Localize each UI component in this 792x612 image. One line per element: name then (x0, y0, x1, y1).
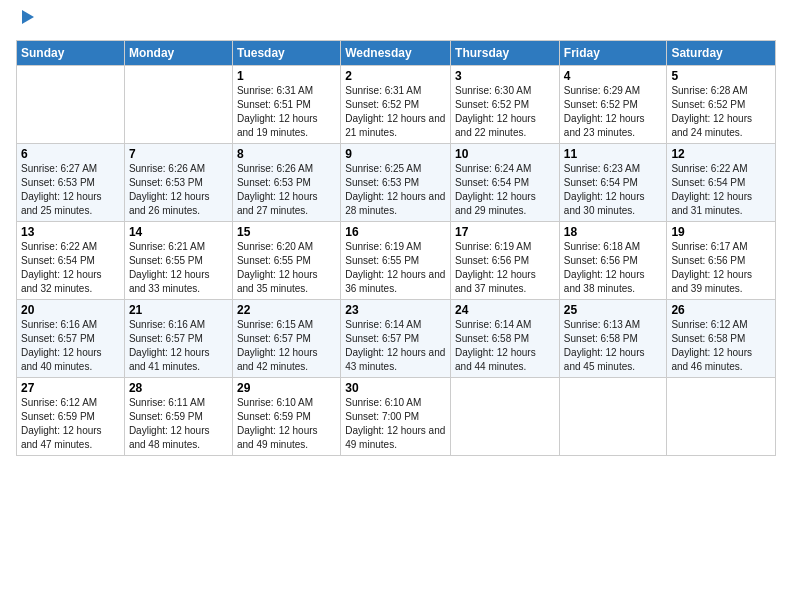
day-info: Sunrise: 6:10 AM Sunset: 6:59 PM Dayligh… (237, 396, 336, 452)
calendar-day-cell: 17Sunrise: 6:19 AM Sunset: 6:56 PM Dayli… (451, 221, 560, 299)
day-info: Sunrise: 6:24 AM Sunset: 6:54 PM Dayligh… (455, 162, 555, 218)
calendar-day-cell: 7Sunrise: 6:26 AM Sunset: 6:53 PM Daylig… (124, 143, 232, 221)
calendar-day-cell: 29Sunrise: 6:10 AM Sunset: 6:59 PM Dayli… (232, 377, 340, 455)
calendar-body: 1Sunrise: 6:31 AM Sunset: 6:51 PM Daylig… (17, 65, 776, 455)
day-info: Sunrise: 6:14 AM Sunset: 6:57 PM Dayligh… (345, 318, 446, 374)
day-number: 10 (455, 147, 555, 161)
day-number: 29 (237, 381, 336, 395)
day-number: 15 (237, 225, 336, 239)
calendar-day-cell: 16Sunrise: 6:19 AM Sunset: 6:55 PM Dayli… (341, 221, 451, 299)
calendar-table: SundayMondayTuesdayWednesdayThursdayFrid… (16, 40, 776, 456)
day-info: Sunrise: 6:12 AM Sunset: 6:58 PM Dayligh… (671, 318, 771, 374)
calendar-day-cell: 28Sunrise: 6:11 AM Sunset: 6:59 PM Dayli… (124, 377, 232, 455)
day-number: 19 (671, 225, 771, 239)
calendar-day-cell: 3Sunrise: 6:30 AM Sunset: 6:52 PM Daylig… (451, 65, 560, 143)
day-number: 4 (564, 69, 663, 83)
day-info: Sunrise: 6:13 AM Sunset: 6:58 PM Dayligh… (564, 318, 663, 374)
calendar-day-cell: 1Sunrise: 6:31 AM Sunset: 6:51 PM Daylig… (232, 65, 340, 143)
day-of-week-header: Monday (124, 40, 232, 65)
page-header (16, 10, 776, 34)
calendar-day-cell (559, 377, 667, 455)
day-info: Sunrise: 6:26 AM Sunset: 6:53 PM Dayligh… (237, 162, 336, 218)
day-info: Sunrise: 6:30 AM Sunset: 6:52 PM Dayligh… (455, 84, 555, 140)
day-info: Sunrise: 6:14 AM Sunset: 6:58 PM Dayligh… (455, 318, 555, 374)
calendar-day-cell: 6Sunrise: 6:27 AM Sunset: 6:53 PM Daylig… (17, 143, 125, 221)
day-info: Sunrise: 6:22 AM Sunset: 6:54 PM Dayligh… (21, 240, 120, 296)
day-number: 17 (455, 225, 555, 239)
logo (16, 10, 36, 34)
day-of-week-header: Friday (559, 40, 667, 65)
logo-arrow-icon (18, 8, 36, 26)
day-number: 22 (237, 303, 336, 317)
day-info: Sunrise: 6:21 AM Sunset: 6:55 PM Dayligh… (129, 240, 228, 296)
calendar-day-cell (124, 65, 232, 143)
day-info: Sunrise: 6:11 AM Sunset: 6:59 PM Dayligh… (129, 396, 228, 452)
day-number: 5 (671, 69, 771, 83)
day-info: Sunrise: 6:25 AM Sunset: 6:53 PM Dayligh… (345, 162, 446, 218)
calendar-header-row: SundayMondayTuesdayWednesdayThursdayFrid… (17, 40, 776, 65)
day-number: 7 (129, 147, 228, 161)
day-number: 27 (21, 381, 120, 395)
calendar-day-cell: 15Sunrise: 6:20 AM Sunset: 6:55 PM Dayli… (232, 221, 340, 299)
day-number: 18 (564, 225, 663, 239)
day-number: 6 (21, 147, 120, 161)
day-info: Sunrise: 6:31 AM Sunset: 6:52 PM Dayligh… (345, 84, 446, 140)
day-number: 16 (345, 225, 446, 239)
day-number: 20 (21, 303, 120, 317)
calendar-week-row: 27Sunrise: 6:12 AM Sunset: 6:59 PM Dayli… (17, 377, 776, 455)
day-info: Sunrise: 6:12 AM Sunset: 6:59 PM Dayligh… (21, 396, 120, 452)
day-number: 12 (671, 147, 771, 161)
calendar-day-cell: 9Sunrise: 6:25 AM Sunset: 6:53 PM Daylig… (341, 143, 451, 221)
calendar-day-cell: 24Sunrise: 6:14 AM Sunset: 6:58 PM Dayli… (451, 299, 560, 377)
day-number: 9 (345, 147, 446, 161)
day-of-week-header: Saturday (667, 40, 776, 65)
calendar-day-cell: 26Sunrise: 6:12 AM Sunset: 6:58 PM Dayli… (667, 299, 776, 377)
calendar-day-cell: 20Sunrise: 6:16 AM Sunset: 6:57 PM Dayli… (17, 299, 125, 377)
calendar-day-cell: 14Sunrise: 6:21 AM Sunset: 6:55 PM Dayli… (124, 221, 232, 299)
calendar-day-cell: 25Sunrise: 6:13 AM Sunset: 6:58 PM Dayli… (559, 299, 667, 377)
day-number: 28 (129, 381, 228, 395)
day-of-week-header: Thursday (451, 40, 560, 65)
day-number: 14 (129, 225, 228, 239)
day-number: 26 (671, 303, 771, 317)
day-info: Sunrise: 6:20 AM Sunset: 6:55 PM Dayligh… (237, 240, 336, 296)
svg-marker-0 (22, 10, 34, 24)
day-info: Sunrise: 6:23 AM Sunset: 6:54 PM Dayligh… (564, 162, 663, 218)
day-info: Sunrise: 6:18 AM Sunset: 6:56 PM Dayligh… (564, 240, 663, 296)
calendar-day-cell: 13Sunrise: 6:22 AM Sunset: 6:54 PM Dayli… (17, 221, 125, 299)
day-number: 13 (21, 225, 120, 239)
day-info: Sunrise: 6:19 AM Sunset: 6:55 PM Dayligh… (345, 240, 446, 296)
day-number: 24 (455, 303, 555, 317)
calendar-week-row: 13Sunrise: 6:22 AM Sunset: 6:54 PM Dayli… (17, 221, 776, 299)
day-number: 2 (345, 69, 446, 83)
day-of-week-header: Wednesday (341, 40, 451, 65)
calendar-day-cell: 12Sunrise: 6:22 AM Sunset: 6:54 PM Dayli… (667, 143, 776, 221)
day-number: 8 (237, 147, 336, 161)
calendar-day-cell: 10Sunrise: 6:24 AM Sunset: 6:54 PM Dayli… (451, 143, 560, 221)
calendar-day-cell (667, 377, 776, 455)
day-of-week-header: Sunday (17, 40, 125, 65)
day-info: Sunrise: 6:15 AM Sunset: 6:57 PM Dayligh… (237, 318, 336, 374)
calendar-day-cell (17, 65, 125, 143)
calendar-day-cell: 23Sunrise: 6:14 AM Sunset: 6:57 PM Dayli… (341, 299, 451, 377)
calendar-week-row: 20Sunrise: 6:16 AM Sunset: 6:57 PM Dayli… (17, 299, 776, 377)
day-info: Sunrise: 6:16 AM Sunset: 6:57 PM Dayligh… (21, 318, 120, 374)
day-info: Sunrise: 6:31 AM Sunset: 6:51 PM Dayligh… (237, 84, 336, 140)
day-info: Sunrise: 6:27 AM Sunset: 6:53 PM Dayligh… (21, 162, 120, 218)
calendar-day-cell: 5Sunrise: 6:28 AM Sunset: 6:52 PM Daylig… (667, 65, 776, 143)
calendar-day-cell: 11Sunrise: 6:23 AM Sunset: 6:54 PM Dayli… (559, 143, 667, 221)
day-number: 1 (237, 69, 336, 83)
calendar-day-cell: 18Sunrise: 6:18 AM Sunset: 6:56 PM Dayli… (559, 221, 667, 299)
day-info: Sunrise: 6:26 AM Sunset: 6:53 PM Dayligh… (129, 162, 228, 218)
day-number: 11 (564, 147, 663, 161)
calendar-day-cell: 2Sunrise: 6:31 AM Sunset: 6:52 PM Daylig… (341, 65, 451, 143)
calendar-day-cell: 22Sunrise: 6:15 AM Sunset: 6:57 PM Dayli… (232, 299, 340, 377)
day-info: Sunrise: 6:17 AM Sunset: 6:56 PM Dayligh… (671, 240, 771, 296)
calendar-week-row: 1Sunrise: 6:31 AM Sunset: 6:51 PM Daylig… (17, 65, 776, 143)
day-info: Sunrise: 6:16 AM Sunset: 6:57 PM Dayligh… (129, 318, 228, 374)
day-number: 30 (345, 381, 446, 395)
day-info: Sunrise: 6:22 AM Sunset: 6:54 PM Dayligh… (671, 162, 771, 218)
day-info: Sunrise: 6:10 AM Sunset: 7:00 PM Dayligh… (345, 396, 446, 452)
day-number: 23 (345, 303, 446, 317)
calendar-day-cell: 8Sunrise: 6:26 AM Sunset: 6:53 PM Daylig… (232, 143, 340, 221)
